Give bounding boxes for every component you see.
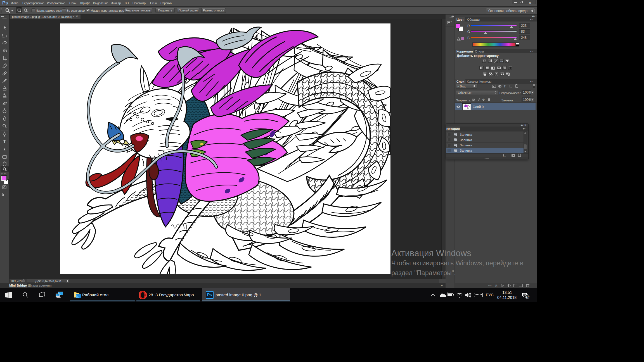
svg-text:T: T	[3, 139, 6, 144]
